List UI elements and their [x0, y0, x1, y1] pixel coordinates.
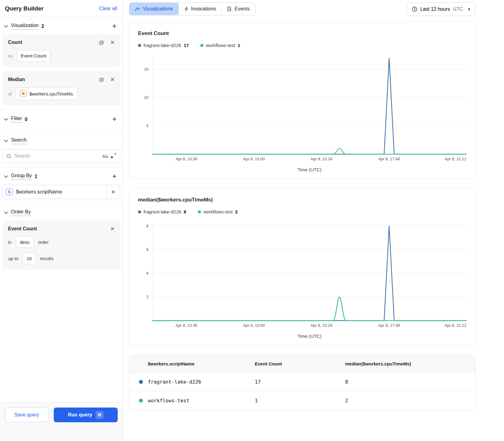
y-axis-labels: 2468	[138, 222, 152, 321]
add-filter-button[interactable]: +	[111, 116, 118, 123]
of-label: of	[8, 91, 12, 96]
page-title: Query Builder	[5, 5, 44, 12]
column-header: median($workers.cpuTimeMs)	[345, 361, 475, 366]
x-axis-labels: Apr 8, 10:36Apr 8, 13:00Apr 8, 15:24Apr …	[152, 157, 467, 163]
median-cell: 8	[345, 379, 475, 385]
match-case-icon[interactable]: Aa	[102, 154, 108, 159]
regex-icon[interactable]: *	[111, 153, 116, 159]
query-builder-sidebar: Query Builder Clear all Visualization 2 …	[0, 0, 123, 441]
clock-icon	[412, 6, 417, 12]
series-total: 2	[235, 209, 238, 214]
script-name-cell: workflows-test	[148, 398, 189, 404]
group-by-label: Group By	[11, 173, 32, 180]
order-direction-select[interactable]: desc	[16, 236, 34, 248]
at-icon[interactable]: @	[99, 40, 104, 45]
chevron-down-icon[interactable]	[4, 211, 8, 215]
series-dot	[139, 380, 143, 384]
order-by-label: Order By	[11, 209, 31, 216]
chart-legend: fragrant-lake-d226 8 workflows-test 2	[138, 209, 467, 214]
median-cputime-chart-panel: median($workers.cpuTimeMs) fragrant-lake…	[129, 189, 476, 345]
visualization-count: 2	[41, 24, 44, 29]
numeric-field-icon: N	[20, 90, 27, 97]
sidebar-body: Visualization 2 + Count @ ✕ as Event Cou…	[0, 17, 123, 402]
search-section-header: Search	[2, 132, 120, 149]
chart-svg	[152, 222, 467, 321]
chart-title: Event Count	[138, 30, 467, 37]
close-icon[interactable]: ✕	[110, 226, 115, 232]
series-dot	[138, 44, 141, 47]
chart-canvas[interactable]	[152, 222, 467, 321]
chevron-down-icon[interactable]	[4, 24, 8, 29]
order-by-section-header: Order By	[2, 204, 120, 221]
x-tick-label: Apr 8, 17:48	[378, 157, 400, 161]
timezone-label: UTC	[453, 6, 463, 12]
legend-item[interactable]: fragrant-lake-d226 17	[138, 43, 189, 48]
visualization-section-header: Visualization 2 +	[2, 17, 120, 34]
chart-area: 2468	[138, 222, 467, 321]
series-total: 8	[184, 209, 186, 214]
median-field-chip[interactable]: N $workers.cpuTimeMs	[16, 87, 77, 100]
series-dot	[200, 44, 203, 47]
series-name: fragrant-lake-d226	[144, 43, 181, 48]
median-cell: 2	[345, 398, 475, 404]
chart-area: 51015	[138, 56, 467, 155]
x-axis-title: Time (UTC)	[152, 167, 467, 172]
add-group-by-button[interactable]: +	[111, 173, 118, 180]
search-input[interactable]	[14, 153, 100, 159]
x-tick-label: Apr 8, 10:36	[175, 157, 197, 161]
tab-label: Events	[234, 6, 250, 12]
sparkline-icon	[135, 7, 140, 11]
table-row: fragrant-lake-d226 17 8	[129, 373, 475, 391]
close-icon[interactable]: ✕	[110, 40, 115, 45]
event-count-cell: 1	[255, 398, 345, 404]
close-icon[interactable]: ✕	[110, 77, 115, 82]
legend-item[interactable]: fragrant-lake-d226 8	[138, 209, 186, 214]
event-count-cell: 17	[255, 379, 345, 385]
at-icon[interactable]: @	[99, 77, 104, 82]
tab-visualizations[interactable]: Visualizations	[129, 3, 179, 15]
tab-label: Visualizations	[143, 6, 173, 12]
y-tick-label: 2	[146, 295, 148, 299]
series-line	[152, 58, 467, 154]
search-icon	[6, 154, 12, 159]
median-field-value: $workers.cpuTimeMs	[30, 91, 73, 96]
add-visualization-button[interactable]: +	[111, 23, 118, 30]
series-name: fragrant-lake-d226	[144, 209, 181, 214]
chevron-down-icon[interactable]	[4, 174, 8, 179]
chevron-down-icon[interactable]	[4, 117, 8, 122]
document-icon	[227, 6, 232, 11]
legend-item[interactable]: workflows-test 1	[200, 43, 240, 48]
visualization-label: Visualization	[11, 23, 39, 30]
up-to-label: up to	[8, 256, 18, 261]
time-range-selector[interactable]: Last 12 hours UTC ▼	[407, 2, 476, 16]
series-total: 17	[184, 43, 189, 48]
results-table: $workers.scriptName Event Count median($…	[129, 355, 476, 410]
x-tick-label: Apr 8, 10:36	[175, 323, 197, 328]
x-axis-title: Time (UTC)	[152, 334, 467, 339]
group-by-count: 1	[35, 174, 37, 179]
median-visualization-card: Median @ ✕ of N $workers.cpuTimeMs	[2, 71, 120, 106]
series-dot	[198, 210, 201, 213]
run-query-button[interactable]: Run query R	[54, 408, 118, 422]
tab-invocations[interactable]: Invocations	[179, 3, 222, 15]
series-name: workflows-test	[203, 209, 233, 214]
chevron-down-icon[interactable]	[4, 139, 8, 143]
y-tick-label: 5	[146, 123, 148, 128]
chart-canvas[interactable]	[152, 56, 467, 155]
group-by-field-row[interactable]: S $workers.scriptName ✕	[2, 185, 120, 199]
x-axis-labels: Apr 8, 10:36Apr 8, 13:00Apr 8, 15:24Apr …	[152, 323, 467, 330]
tab-events[interactable]: Events	[221, 3, 255, 15]
result-limit-input[interactable]: 10	[22, 253, 36, 264]
chart-title: median($workers.cpuTimeMs)	[138, 197, 467, 203]
chart-svg	[152, 56, 467, 155]
visualization-alias-chip[interactable]: Event Count	[17, 50, 51, 61]
legend-item[interactable]: workflows-test 2	[198, 209, 238, 214]
remove-group-by-icon[interactable]: ✕	[111, 189, 115, 195]
clear-all-button[interactable]: Clear all	[99, 6, 117, 11]
x-tick-label: Apr 8, 13:00	[243, 157, 265, 161]
save-query-button[interactable]: Save query	[5, 408, 49, 422]
order-by-field: Event Count	[8, 226, 37, 232]
y-tick-label: 6	[146, 247, 148, 252]
filter-label: Filter	[11, 116, 22, 123]
sidebar-footer: Save query Run query R	[0, 402, 123, 441]
